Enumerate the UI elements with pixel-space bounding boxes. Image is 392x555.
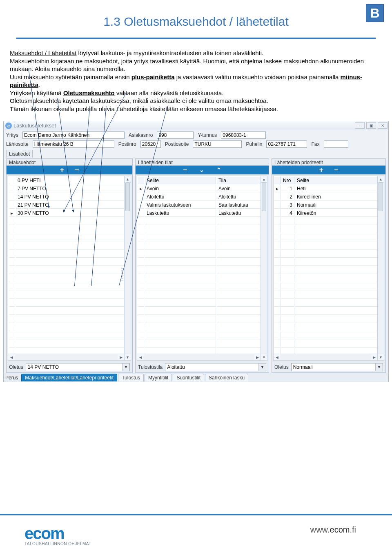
oletus-prio-value: Normaali [292, 363, 375, 371]
scrollbar-vert[interactable]: ▲ ▼ [377, 176, 384, 360]
scroll-up-icon[interactable]: ▲ [261, 176, 267, 183]
list-item: 21 PV NETTO [9, 201, 130, 209]
titlebar: e Laskutusoletukset — ▣ ✕ [4, 121, 388, 130]
panel-lahetetilat-title: Lähetteiden tilat [136, 159, 269, 165]
col-selite[interactable]: Selite [295, 177, 383, 184]
col-selite[interactable]: Selite [145, 177, 216, 184]
panel-prioriteetit-toolbar: + − [272, 165, 385, 174]
prioriteetit-table[interactable]: Nro Selite ▸1Heti 2Kiireellinen 3Normaal… [274, 176, 384, 361]
scroll-left-icon[interactable]: ◀ [8, 354, 15, 360]
tab-sahkoinen-lasku[interactable]: Sähköinen lasku [205, 374, 248, 381]
tulostustila-dropdown[interactable]: Aloitettu ▼ [165, 363, 266, 371]
scroll-up-icon[interactable]: ▲ [125, 176, 131, 183]
explanation-text: Maksuehdot / Lähetetilat löytyvät laskut… [10, 49, 382, 113]
scroll-left-icon[interactable]: ◀ [274, 354, 280, 360]
minimize-button[interactable]: — [355, 122, 365, 129]
ytunnus-input[interactable] [221, 132, 266, 139]
panel-maksuehdot: Maksuehdot + − 0 PV HETI 7 PV NETTO 14 P… [6, 158, 133, 373]
footer-url: www.ecom.fi [310, 525, 356, 535]
scroll-down-icon[interactable]: ▼ [125, 354, 131, 360]
tab-maksuehdot[interactable]: Maksuehdot/Lähetetilat/Läheteprioriteeti… [21, 374, 117, 381]
logo: ecom TALOUSHALLINNON OHJELMAT [24, 525, 91, 546]
minus-icon[interactable]: − [73, 166, 81, 174]
panel-lahetetilat-toolbar: − ⌄ ⌃ [136, 165, 269, 174]
scroll-up-icon[interactable]: ▲ [378, 176, 384, 183]
oletus-prio-label: Oletus [274, 364, 289, 370]
postiosoite-input[interactable] [193, 140, 242, 148]
panel-lahetetilat-footer: Tulostustila Aloitettu ▼ [136, 362, 269, 372]
app-icon: e [5, 123, 12, 129]
table-row: ▸1Heti [274, 185, 383, 192]
panel-prioriteetit-title: Lähetteiden prioriteetit [272, 159, 385, 165]
postinro-input[interactable] [140, 140, 161, 148]
chevron-down-icon[interactable]: ▼ [122, 363, 129, 371]
oletus-prio-dropdown[interactable]: Normaali ▼ [291, 363, 383, 371]
tab-suoritustilit[interactable]: Suoritustilit [173, 374, 204, 381]
scrollbar-vert[interactable]: ▲ ▼ [261, 176, 267, 360]
page-title: 1.3 Oletusmaksuehdot / lähetetilat [0, 15, 392, 29]
scroll-right-icon[interactable]: ▶ [254, 354, 261, 360]
close-button[interactable]: ✕ [378, 122, 388, 129]
tab-tulostus[interactable]: Tulostus [118, 374, 144, 381]
scrollbar-horiz[interactable]: ◀ ▶ [137, 354, 261, 360]
plus-icon[interactable]: + [317, 166, 325, 174]
app-window: e Laskutusoletukset — ▣ ✕ Yritys Asiakas… [3, 121, 389, 382]
chevron-down-icon[interactable]: ▼ [258, 363, 266, 371]
bottom-tabs-label: Perus [5, 375, 18, 381]
scroll-right-icon[interactable]: ▶ [118, 354, 124, 360]
maximize-button[interactable]: ▣ [366, 122, 376, 129]
scroll-down-icon[interactable]: ▼ [378, 354, 384, 360]
list-item: 14 PV NETTO [9, 193, 130, 201]
scrollbar-horiz[interactable]: ◀ ▶ [8, 354, 124, 360]
panel-lahetetilat: Lähetteiden tilat − ⌄ ⌃ Selite Tila ▸Avo… [135, 158, 269, 373]
panel-maksuehdot-toolbar: + − [7, 165, 132, 174]
scroll-left-icon[interactable]: ◀ [137, 354, 144, 360]
ytunnus-label: Y-tunnus [198, 132, 217, 138]
logo-text: ecom [24, 525, 91, 542]
tab-myyntitilit[interactable]: Myyntitilit [145, 374, 172, 381]
panel-prioriteetit-footer: Oletus Normaali ▼ [272, 362, 385, 372]
oletus-maksuehto-dropdown[interactable]: 14 PV NETTO ▼ [26, 363, 130, 371]
maksuehdot-list[interactable]: 0 PV HETI 7 PV NETTO 14 PV NETTO 21 PV N… [8, 176, 131, 361]
asiakasnro-label: Asiakasnro [129, 132, 153, 138]
oletus-maksuehto-value: 14 PV NETTO [26, 363, 122, 371]
lahetetilat-table[interactable]: Selite Tila ▸AvoinAvoin AloitettuAloitet… [137, 176, 267, 361]
panels: Maksuehdot + − 0 PV HETI 7 PV NETTO 14 P… [4, 158, 388, 373]
col-tila[interactable]: Tila [217, 177, 266, 184]
table-row: AloitettuAloitettu [138, 193, 266, 201]
list-item: ▸30 PV NETTO [9, 210, 130, 217]
panel-lahetetilat-body: Selite Tila ▸AvoinAvoin AloitettuAloitet… [137, 176, 267, 361]
chevron-down-icon[interactable]: ⌄ [198, 167, 206, 173]
scroll-thumb[interactable] [379, 183, 383, 211]
scroll-thumb[interactable] [125, 183, 130, 211]
table-row: 4Kiireetön [274, 210, 383, 217]
chevron-up-icon[interactable]: ⌃ [215, 167, 223, 173]
resize-grip[interactable] [121, 268, 123, 281]
asiakasnro-input[interactable] [157, 132, 194, 139]
table-row: LaskutettuLaskutettu [138, 210, 266, 217]
yritys-input[interactable] [22, 132, 125, 139]
puhelin-input[interactable] [266, 140, 307, 148]
page-footer: ecom TALOUSHALLINNON OHJELMAT www.ecom.f… [0, 514, 392, 546]
chevron-down-icon[interactable]: ▼ [375, 363, 383, 371]
yritys-label: Yritys [6, 132, 18, 138]
scroll-down-icon[interactable]: ▼ [261, 354, 267, 360]
postiosoite-label: Postiosoite [165, 141, 189, 147]
tab-lisatiedot[interactable]: Lisätiedot [6, 150, 33, 158]
scroll-right-icon[interactable]: ▶ [371, 354, 377, 360]
table-row: 2Kiireellinen [274, 193, 383, 201]
tulostustila-value: Aloitettu [165, 363, 258, 371]
fax-input[interactable] [324, 140, 348, 148]
minus-icon[interactable]: − [181, 166, 189, 174]
logo-subtitle: TALOUSHALLINNON OHJELMAT [24, 542, 91, 546]
minus-icon[interactable]: − [332, 166, 340, 174]
oletus-label: Oletus [9, 364, 23, 370]
scrollbar-horiz[interactable]: ◀ ▶ [274, 354, 377, 360]
postinro-label: Postinro [118, 141, 136, 147]
plus-icon[interactable]: + [58, 166, 66, 174]
scroll-thumb[interactable] [262, 183, 266, 211]
scrollbar-vert[interactable]: ▲ ▼ [124, 176, 131, 360]
list-item: 0 PV HETI [9, 177, 130, 184]
col-nro[interactable]: Nro [281, 177, 294, 184]
lahiosoite-input[interactable] [33, 140, 114, 148]
